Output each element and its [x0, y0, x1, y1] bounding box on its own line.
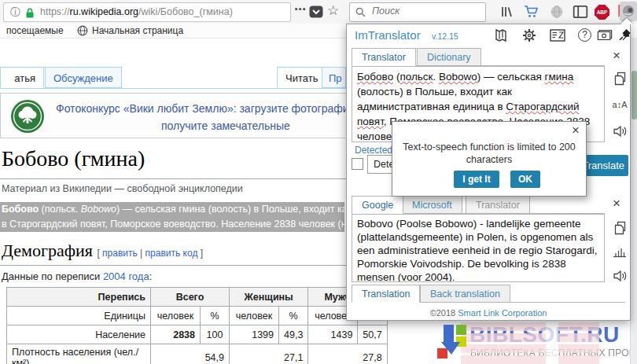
table-row: Перепись Всего Женщины Мужчины	[7, 288, 388, 307]
settings-gear-icon[interactable]	[521, 28, 537, 42]
section-heading: Демография [ править | править код ]	[2, 241, 203, 261]
wle-tree-logo	[10, 99, 45, 134]
panel-version: v.12.15	[432, 31, 458, 41]
cart-icon[interactable]	[524, 5, 539, 19]
selected-text-block: Бобово (польск. Bobowo) — сельская гмина…	[0, 202, 344, 232]
tab-article[interactable]: атья	[0, 67, 44, 88]
pin-icon[interactable]	[617, 28, 633, 42]
tab-microsoft[interactable]: Microsoft	[402, 196, 462, 214]
census-note: Данные по переписи 2004 года:	[2, 270, 152, 282]
bookmark-star-icon[interactable]: ☆	[327, 2, 339, 19]
biblsoft-logo	[437, 325, 472, 361]
page-subtitle: Материал из Википедии — свободной энцикл…	[2, 183, 243, 194]
dialog-message: Text-to-speech function is limited to 20…	[399, 141, 580, 166]
page-actions-icon[interactable]: ⋯	[294, 2, 307, 17]
tts-limit-dialog: × Text-to-speech function is limited to …	[392, 121, 587, 197]
close-icon[interactable]: ×	[613, 50, 620, 62]
census-year-link[interactable]: 2004 года	[103, 270, 149, 282]
close-icon[interactable]: ×	[572, 124, 580, 137]
tab-translator[interactable]: Translator	[352, 48, 416, 66]
tab-back-translation[interactable]: Back translation	[420, 285, 510, 303]
globe-icon	[549, 5, 565, 19]
speaker-icon[interactable]	[611, 270, 628, 282]
tab-translation[interactable]: Translation	[352, 285, 420, 303]
bookmark-home[interactable]: Начальная страница	[92, 25, 183, 36]
tab-provider-translator[interactable]: Translator	[466, 196, 530, 214]
table-row: Плотность населения (чел./км²) 54,9 27,1…	[7, 344, 388, 364]
donate-banknote-icon[interactable]	[597, 28, 613, 42]
i-get-it-button[interactable]: I get It	[454, 171, 499, 188]
infobox-fragment	[461, 321, 599, 364]
help-icon[interactable]: ?	[578, 28, 591, 42]
ok-button[interactable]: OK	[510, 171, 540, 188]
copy-icon[interactable]	[611, 72, 628, 86]
speaker-icon[interactable]	[611, 125, 628, 138]
history-card-icon[interactable]	[550, 28, 565, 42]
table-row: Единицы человек % человек % человек %	[7, 307, 388, 325]
url-text: https://ru.wikipedia.org/wiki/Бобово_(гм…	[40, 6, 233, 17]
search-input[interactable]	[370, 5, 482, 17]
dictionary-book-icon[interactable]	[493, 28, 509, 42]
tab-talk[interactable]: Обсуждение	[45, 67, 122, 88]
url-bar[interactable]: ⓘ https://ru.wikipedia.org/wiki/Бобово_(…	[3, 2, 291, 22]
detect-checkbox[interactable]	[352, 158, 363, 170]
bookmark-frequent[interactable]: посещаемые	[6, 25, 64, 36]
panel-anchor-arrow	[620, 18, 633, 24]
edit-link[interactable]: править	[102, 248, 138, 259]
scrollbar-thumb[interactable]	[631, 71, 637, 119]
tab-google[interactable]: Google	[352, 196, 403, 214]
detected-language-label: Detected	[355, 145, 392, 156]
selected-line-1: Бобово (польск. Bobowo) — сельская гмина…	[0, 202, 344, 217]
panel-title: ImTranslator	[355, 28, 421, 42]
panel-footer: ©2018 Smart Link Corporation	[347, 308, 630, 318]
banner-line2: получите замечательные	[161, 119, 290, 132]
pocket-icon[interactable]	[309, 6, 323, 18]
edit-code-link[interactable]: править код	[145, 248, 198, 259]
smartlink-link[interactable]: Smart Link Corporation	[458, 308, 547, 318]
tab-read[interactable]: Читать	[277, 67, 326, 88]
library-icon[interactable]	[499, 5, 514, 19]
copy-icon[interactable]	[611, 221, 628, 235]
stats-bars-icon[interactable]	[611, 246, 628, 258]
site-info-icon[interactable]: ⓘ	[10, 6, 20, 20]
search-box[interactable]	[349, 2, 486, 22]
adblock-abp-icon[interactable]: ABP	[595, 5, 609, 20]
home-globe-icon	[77, 25, 88, 36]
lock-icon	[25, 8, 35, 18]
tab-edit[interactable]: Пр	[322, 67, 346, 88]
sidebar-icon[interactable]	[573, 5, 588, 19]
search-icon	[355, 7, 366, 17]
page-title: Бобово (гмина)	[2, 146, 145, 171]
result-text-area[interactable]: Bobovo (Poolse Bobowo) - landelijke geme…	[352, 214, 605, 282]
browser-toolbar: ⓘ https://ru.wikipedia.org/wiki/Бобово_(…	[0, 0, 637, 24]
table-row: Население 2838 100 1399 49,3 1439 50,7	[7, 325, 388, 344]
page-scrollbar[interactable]	[630, 38, 637, 364]
imtranslator-panel: ImTranslator v.12.15 ?	[346, 24, 631, 321]
demographics-table: Перепись Всего Женщины Мужчины Единицы ч…	[6, 287, 388, 364]
font-size-icon[interactable]: a↕A	[611, 100, 628, 109]
selected-line-2: в Старогардский повят, Поморское воеводс…	[0, 217, 344, 232]
tab-dictionary[interactable]: Dictionary	[417, 48, 481, 66]
section-edit-links: [ править | править код ]	[97, 248, 203, 259]
browser-window: ⓘ https://ru.wikipedia.org/wiki/Бобово_(…	[0, 0, 637, 364]
close-icon[interactable]: ×	[613, 197, 620, 210]
